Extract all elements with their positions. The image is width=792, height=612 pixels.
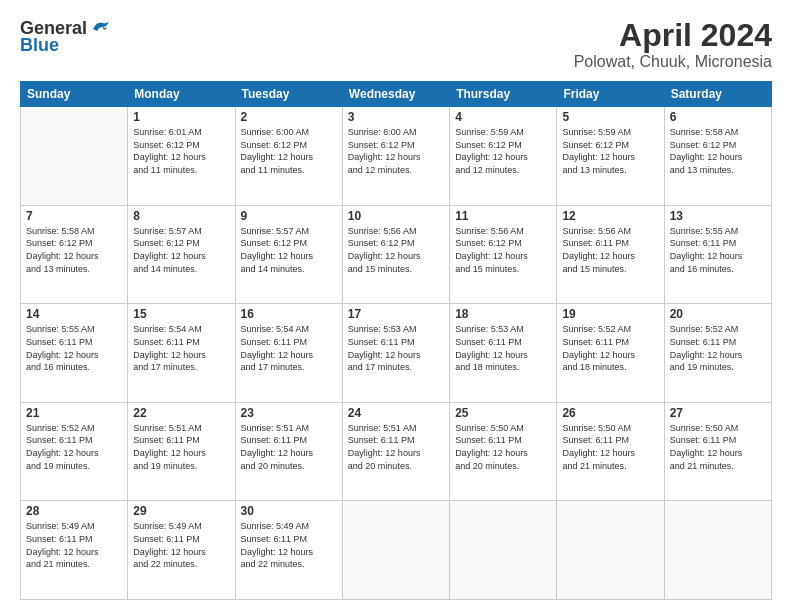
day-info: Sunrise: 5:56 AM Sunset: 6:11 PM Dayligh… [562,225,658,275]
week-row-4: 21Sunrise: 5:52 AM Sunset: 6:11 PM Dayli… [21,402,772,501]
day-info: Sunrise: 5:55 AM Sunset: 6:11 PM Dayligh… [670,225,766,275]
day-number: 15 [133,307,229,321]
day-info: Sunrise: 5:58 AM Sunset: 6:12 PM Dayligh… [26,225,122,275]
day-number: 21 [26,406,122,420]
col-friday: Friday [557,82,664,107]
week-row-1: 1Sunrise: 6:01 AM Sunset: 6:12 PM Daylig… [21,107,772,206]
day-info: Sunrise: 5:56 AM Sunset: 6:12 PM Dayligh… [455,225,551,275]
day-info: Sunrise: 5:55 AM Sunset: 6:11 PM Dayligh… [26,323,122,373]
calendar-cell [664,501,771,600]
day-info: Sunrise: 5:50 AM Sunset: 6:11 PM Dayligh… [455,422,551,472]
calendar-cell: 5Sunrise: 5:59 AM Sunset: 6:12 PM Daylig… [557,107,664,206]
day-number: 16 [241,307,337,321]
day-info: Sunrise: 6:00 AM Sunset: 6:12 PM Dayligh… [348,126,444,176]
day-number: 8 [133,209,229,223]
calendar-cell: 19Sunrise: 5:52 AM Sunset: 6:11 PM Dayli… [557,304,664,403]
day-info: Sunrise: 6:01 AM Sunset: 6:12 PM Dayligh… [133,126,229,176]
calendar-cell: 11Sunrise: 5:56 AM Sunset: 6:12 PM Dayli… [450,205,557,304]
day-number: 17 [348,307,444,321]
calendar-cell: 15Sunrise: 5:54 AM Sunset: 6:11 PM Dayli… [128,304,235,403]
day-number: 30 [241,504,337,518]
day-number: 24 [348,406,444,420]
calendar-cell: 2Sunrise: 6:00 AM Sunset: 6:12 PM Daylig… [235,107,342,206]
day-info: Sunrise: 5:51 AM Sunset: 6:11 PM Dayligh… [241,422,337,472]
day-number: 28 [26,504,122,518]
day-number: 12 [562,209,658,223]
logo: General Blue [20,18,111,56]
day-number: 5 [562,110,658,124]
week-row-5: 28Sunrise: 5:49 AM Sunset: 6:11 PM Dayli… [21,501,772,600]
calendar-cell: 3Sunrise: 6:00 AM Sunset: 6:12 PM Daylig… [342,107,449,206]
day-info: Sunrise: 5:53 AM Sunset: 6:11 PM Dayligh… [455,323,551,373]
day-number: 26 [562,406,658,420]
calendar-cell: 8Sunrise: 5:57 AM Sunset: 6:12 PM Daylig… [128,205,235,304]
day-number: 6 [670,110,766,124]
day-number: 20 [670,307,766,321]
day-info: Sunrise: 5:49 AM Sunset: 6:11 PM Dayligh… [133,520,229,570]
calendar-header-row: Sunday Monday Tuesday Wednesday Thursday… [21,82,772,107]
col-thursday: Thursday [450,82,557,107]
calendar-cell: 17Sunrise: 5:53 AM Sunset: 6:11 PM Dayli… [342,304,449,403]
calendar-cell: 26Sunrise: 5:50 AM Sunset: 6:11 PM Dayli… [557,402,664,501]
header: General Blue April 2024 Polowat, Chuuk, … [20,18,772,71]
day-info: Sunrise: 5:54 AM Sunset: 6:11 PM Dayligh… [241,323,337,373]
calendar-cell [557,501,664,600]
calendar-cell: 20Sunrise: 5:52 AM Sunset: 6:11 PM Dayli… [664,304,771,403]
day-number: 3 [348,110,444,124]
col-wednesday: Wednesday [342,82,449,107]
day-number: 14 [26,307,122,321]
day-number: 9 [241,209,337,223]
day-number: 29 [133,504,229,518]
calendar-cell: 28Sunrise: 5:49 AM Sunset: 6:11 PM Dayli… [21,501,128,600]
title-block: April 2024 Polowat, Chuuk, Micronesia [574,18,772,71]
day-number: 10 [348,209,444,223]
calendar-cell [21,107,128,206]
calendar-cell: 4Sunrise: 5:59 AM Sunset: 6:12 PM Daylig… [450,107,557,206]
calendar-cell [450,501,557,600]
day-number: 25 [455,406,551,420]
page: General Blue April 2024 Polowat, Chuuk, … [0,0,792,612]
day-number: 23 [241,406,337,420]
calendar-cell: 22Sunrise: 5:51 AM Sunset: 6:11 PM Dayli… [128,402,235,501]
col-sunday: Sunday [21,82,128,107]
day-number: 7 [26,209,122,223]
day-number: 2 [241,110,337,124]
calendar-cell: 23Sunrise: 5:51 AM Sunset: 6:11 PM Dayli… [235,402,342,501]
day-info: Sunrise: 5:50 AM Sunset: 6:11 PM Dayligh… [670,422,766,472]
day-number: 18 [455,307,551,321]
calendar-cell: 25Sunrise: 5:50 AM Sunset: 6:11 PM Dayli… [450,402,557,501]
calendar-cell: 29Sunrise: 5:49 AM Sunset: 6:11 PM Dayli… [128,501,235,600]
day-number: 1 [133,110,229,124]
calendar-cell [342,501,449,600]
calendar-title: April 2024 [574,18,772,53]
day-number: 11 [455,209,551,223]
calendar-table: Sunday Monday Tuesday Wednesday Thursday… [20,81,772,600]
day-info: Sunrise: 5:52 AM Sunset: 6:11 PM Dayligh… [670,323,766,373]
calendar-cell: 16Sunrise: 5:54 AM Sunset: 6:11 PM Dayli… [235,304,342,403]
day-info: Sunrise: 5:53 AM Sunset: 6:11 PM Dayligh… [348,323,444,373]
day-info: Sunrise: 5:51 AM Sunset: 6:11 PM Dayligh… [348,422,444,472]
calendar-cell: 30Sunrise: 5:49 AM Sunset: 6:11 PM Dayli… [235,501,342,600]
calendar-cell: 27Sunrise: 5:50 AM Sunset: 6:11 PM Dayli… [664,402,771,501]
calendar-cell: 12Sunrise: 5:56 AM Sunset: 6:11 PM Dayli… [557,205,664,304]
week-row-2: 7Sunrise: 5:58 AM Sunset: 6:12 PM Daylig… [21,205,772,304]
day-info: Sunrise: 5:51 AM Sunset: 6:11 PM Dayligh… [133,422,229,472]
col-tuesday: Tuesday [235,82,342,107]
day-info: Sunrise: 5:52 AM Sunset: 6:11 PM Dayligh… [562,323,658,373]
calendar-cell: 18Sunrise: 5:53 AM Sunset: 6:11 PM Dayli… [450,304,557,403]
day-info: Sunrise: 5:56 AM Sunset: 6:12 PM Dayligh… [348,225,444,275]
calendar-cell: 6Sunrise: 5:58 AM Sunset: 6:12 PM Daylig… [664,107,771,206]
calendar-cell: 1Sunrise: 6:01 AM Sunset: 6:12 PM Daylig… [128,107,235,206]
day-info: Sunrise: 5:50 AM Sunset: 6:11 PM Dayligh… [562,422,658,472]
day-info: Sunrise: 5:57 AM Sunset: 6:12 PM Dayligh… [133,225,229,275]
week-row-3: 14Sunrise: 5:55 AM Sunset: 6:11 PM Dayli… [21,304,772,403]
day-number: 22 [133,406,229,420]
day-number: 27 [670,406,766,420]
calendar-cell: 24Sunrise: 5:51 AM Sunset: 6:11 PM Dayli… [342,402,449,501]
day-info: Sunrise: 5:57 AM Sunset: 6:12 PM Dayligh… [241,225,337,275]
calendar-cell: 10Sunrise: 5:56 AM Sunset: 6:12 PM Dayli… [342,205,449,304]
day-info: Sunrise: 5:54 AM Sunset: 6:11 PM Dayligh… [133,323,229,373]
logo-blue: Blue [20,35,59,56]
day-info: Sunrise: 5:59 AM Sunset: 6:12 PM Dayligh… [455,126,551,176]
calendar-cell: 13Sunrise: 5:55 AM Sunset: 6:11 PM Dayli… [664,205,771,304]
